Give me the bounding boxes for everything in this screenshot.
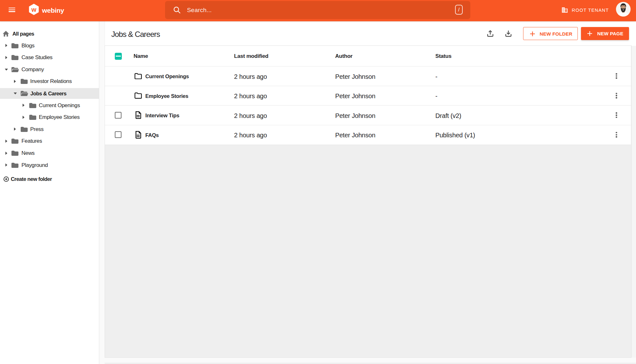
svg-text:w: w <box>31 6 36 13</box>
